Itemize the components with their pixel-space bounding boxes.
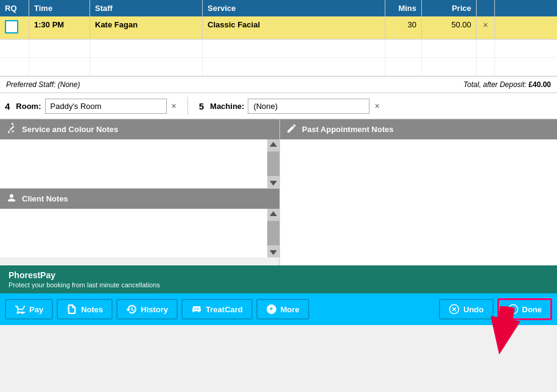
bottom-toolbar: Pay Notes History TreatCard More Undo Do… (0, 293, 557, 325)
treatcard-button[interactable]: TreatCard (181, 299, 253, 320)
svg-point-0 (10, 194, 13, 198)
undo-button[interactable]: Undo (439, 299, 493, 320)
row-price: 50.00 (422, 16, 477, 39)
client-notes-scroll-down[interactable] (270, 250, 277, 255)
service-colour-scroll-track (267, 152, 279, 176)
row-delete-btn[interactable]: × (477, 16, 495, 39)
done-label: Done (522, 305, 542, 314)
machine-input[interactable] (248, 99, 370, 114)
history-button[interactable]: History (116, 299, 178, 320)
more-label: More (281, 305, 300, 314)
treatcard-label: TreatCard (206, 305, 243, 314)
col-header-del (477, 0, 495, 16)
room-number: 4 (5, 101, 10, 111)
pay-button[interactable]: Pay (5, 299, 53, 320)
machine-label: Machine: (210, 102, 244, 111)
total-text: Total, after Deposit: £40.00 (463, 80, 551, 89)
room-input[interactable] (45, 99, 167, 114)
past-appointment-icon (286, 123, 297, 136)
client-notes-scrollable (0, 209, 267, 257)
history-label: History (141, 305, 168, 314)
preferred-total-row: Preferred Staff: (None) Total, after Dep… (0, 77, 557, 93)
notes-left: Service and Colour Notes Client Notes (0, 119, 280, 265)
service-colour-header: Service and Colour Notes (0, 119, 279, 139)
col-header-price: Price (422, 0, 477, 16)
room-clear-btn[interactable]: × (172, 101, 177, 111)
past-appointment-title: Past Appointment Notes (302, 125, 393, 134)
col-header-mins: Mins (385, 0, 422, 16)
notes-icon (66, 304, 77, 315)
service-colour-content (0, 139, 279, 188)
row-checkbox[interactable] (5, 20, 18, 33)
service-colour-scrollable (0, 139, 267, 188)
col-header-rq: RQ (0, 0, 29, 16)
client-notes-scroll-track (267, 221, 279, 245)
undo-label: Undo (463, 305, 483, 314)
notes-right: Past Appointment Notes (280, 119, 557, 265)
machine-clear-btn[interactable]: × (374, 101, 379, 111)
phorest-pay-title: PhorestPay (9, 270, 548, 280)
client-notes-icon (6, 192, 17, 205)
client-notes-content (0, 209, 279, 257)
empty-row-1 (0, 40, 557, 58)
client-notes-title: Client Notes (22, 194, 68, 203)
room-label: Room: (16, 102, 41, 111)
phorest-pay-banner: PhorestPay Protect your booking from las… (0, 265, 557, 293)
machine-number: 5 (199, 101, 204, 111)
separator (187, 97, 188, 115)
table-row: 1:30 PM Kate Fagan Classic Facial 30 50.… (0, 16, 557, 40)
more-icon (266, 304, 277, 315)
past-appointment-scrollable (280, 139, 557, 265)
past-appointment-header: Past Appointment Notes (280, 119, 557, 139)
table-header: RQ Time Staff Service Mins Price (0, 0, 557, 16)
service-colour-scroll-up[interactable] (270, 142, 277, 147)
row-time: 1:30 PM (29, 16, 90, 39)
client-notes-scroll-up[interactable] (270, 211, 277, 216)
notes-label: Notes (81, 305, 103, 314)
room-machine-row: 4 Room: × 5 Machine: × (0, 93, 557, 119)
col-header-staff: Staff (90, 0, 203, 16)
col-header-time: Time (29, 0, 90, 16)
client-notes-scroll-arrows (267, 209, 279, 257)
pay-label: Pay (29, 305, 43, 314)
row-mins: 30 (385, 16, 422, 39)
row-staff: Kate Fagan (90, 16, 203, 39)
treatcard-icon (191, 304, 202, 315)
client-notes-header: Client Notes (0, 188, 279, 209)
more-button[interactable]: More (256, 299, 309, 320)
empty-row-2 (0, 58, 557, 76)
pay-icon (15, 304, 26, 315)
undo-icon (449, 304, 460, 315)
service-colour-scroll-down[interactable] (270, 181, 277, 186)
notes-button[interactable]: Notes (57, 299, 113, 320)
preferred-staff-text: Preferred Staff: (None) (6, 80, 80, 89)
notes-container: Service and Colour Notes Client Notes (0, 119, 557, 265)
service-colour-title: Service and Colour Notes (22, 125, 118, 134)
service-colour-scroll-arrows (267, 139, 279, 188)
row-rq-checkbox[interactable] (0, 16, 29, 39)
col-header-service: Service (203, 0, 385, 16)
done-icon (508, 304, 519, 315)
phorest-pay-subtitle: Protect your booking from last minute ca… (9, 281, 548, 289)
row-service: Classic Facial (203, 16, 385, 39)
history-icon (126, 304, 137, 315)
machine-group: Machine: × (210, 99, 380, 114)
service-colour-icon (6, 123, 17, 136)
room-group: Room: × (16, 99, 176, 114)
done-button[interactable]: Done (497, 298, 553, 320)
